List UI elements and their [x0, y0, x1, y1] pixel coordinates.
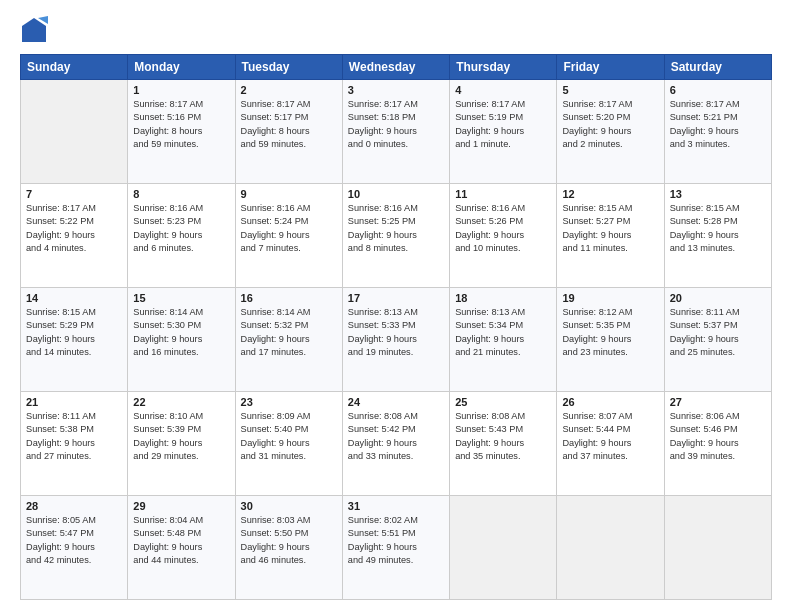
day-number: 20 — [670, 292, 766, 304]
day-cell: 30Sunrise: 8:03 AM Sunset: 5:50 PM Dayli… — [235, 496, 342, 600]
week-row: 21Sunrise: 8:11 AM Sunset: 5:38 PM Dayli… — [21, 392, 772, 496]
day-cell: 15Sunrise: 8:14 AM Sunset: 5:30 PM Dayli… — [128, 288, 235, 392]
day-number: 9 — [241, 188, 337, 200]
day-cell: 23Sunrise: 8:09 AM Sunset: 5:40 PM Dayli… — [235, 392, 342, 496]
day-cell: 5Sunrise: 8:17 AM Sunset: 5:20 PM Daylig… — [557, 80, 664, 184]
day-info: Sunrise: 8:16 AM Sunset: 5:23 PM Dayligh… — [133, 202, 229, 255]
calendar: SundayMondayTuesdayWednesdayThursdayFrid… — [20, 54, 772, 600]
day-number: 27 — [670, 396, 766, 408]
day-cell: 12Sunrise: 8:15 AM Sunset: 5:27 PM Dayli… — [557, 184, 664, 288]
header-row: SundayMondayTuesdayWednesdayThursdayFrid… — [21, 55, 772, 80]
day-number: 1 — [133, 84, 229, 96]
day-info: Sunrise: 8:17 AM Sunset: 5:19 PM Dayligh… — [455, 98, 551, 151]
day-info: Sunrise: 8:03 AM Sunset: 5:50 PM Dayligh… — [241, 514, 337, 567]
day-number: 18 — [455, 292, 551, 304]
day-number: 29 — [133, 500, 229, 512]
week-row: 28Sunrise: 8:05 AM Sunset: 5:47 PM Dayli… — [21, 496, 772, 600]
day-info: Sunrise: 8:17 AM Sunset: 5:22 PM Dayligh… — [26, 202, 122, 255]
svg-marker-0 — [22, 18, 46, 42]
week-row: 7Sunrise: 8:17 AM Sunset: 5:22 PM Daylig… — [21, 184, 772, 288]
day-number: 5 — [562, 84, 658, 96]
day-header: Wednesday — [342, 55, 449, 80]
day-cell: 9Sunrise: 8:16 AM Sunset: 5:24 PM Daylig… — [235, 184, 342, 288]
day-number: 3 — [348, 84, 444, 96]
day-cell: 7Sunrise: 8:17 AM Sunset: 5:22 PM Daylig… — [21, 184, 128, 288]
day-header: Sunday — [21, 55, 128, 80]
day-info: Sunrise: 8:14 AM Sunset: 5:30 PM Dayligh… — [133, 306, 229, 359]
logo — [20, 16, 52, 44]
logo-icon — [20, 16, 48, 44]
day-header: Saturday — [664, 55, 771, 80]
day-cell: 4Sunrise: 8:17 AM Sunset: 5:19 PM Daylig… — [450, 80, 557, 184]
day-cell: 18Sunrise: 8:13 AM Sunset: 5:34 PM Dayli… — [450, 288, 557, 392]
day-number: 6 — [670, 84, 766, 96]
day-info: Sunrise: 8:12 AM Sunset: 5:35 PM Dayligh… — [562, 306, 658, 359]
page: SundayMondayTuesdayWednesdayThursdayFrid… — [0, 0, 792, 612]
day-cell: 6Sunrise: 8:17 AM Sunset: 5:21 PM Daylig… — [664, 80, 771, 184]
day-cell: 13Sunrise: 8:15 AM Sunset: 5:28 PM Dayli… — [664, 184, 771, 288]
day-cell: 20Sunrise: 8:11 AM Sunset: 5:37 PM Dayli… — [664, 288, 771, 392]
day-number: 12 — [562, 188, 658, 200]
day-number: 24 — [348, 396, 444, 408]
day-info: Sunrise: 8:16 AM Sunset: 5:26 PM Dayligh… — [455, 202, 551, 255]
day-number: 26 — [562, 396, 658, 408]
day-info: Sunrise: 8:11 AM Sunset: 5:37 PM Dayligh… — [670, 306, 766, 359]
day-cell: 3Sunrise: 8:17 AM Sunset: 5:18 PM Daylig… — [342, 80, 449, 184]
day-cell — [450, 496, 557, 600]
day-cell: 25Sunrise: 8:08 AM Sunset: 5:43 PM Dayli… — [450, 392, 557, 496]
day-cell: 28Sunrise: 8:05 AM Sunset: 5:47 PM Dayli… — [21, 496, 128, 600]
day-cell: 19Sunrise: 8:12 AM Sunset: 5:35 PM Dayli… — [557, 288, 664, 392]
day-info: Sunrise: 8:11 AM Sunset: 5:38 PM Dayligh… — [26, 410, 122, 463]
day-number: 25 — [455, 396, 551, 408]
day-number: 4 — [455, 84, 551, 96]
day-number: 2 — [241, 84, 337, 96]
day-info: Sunrise: 8:13 AM Sunset: 5:34 PM Dayligh… — [455, 306, 551, 359]
day-number: 30 — [241, 500, 337, 512]
day-header: Friday — [557, 55, 664, 80]
day-number: 28 — [26, 500, 122, 512]
week-row: 14Sunrise: 8:15 AM Sunset: 5:29 PM Dayli… — [21, 288, 772, 392]
day-header: Thursday — [450, 55, 557, 80]
day-info: Sunrise: 8:15 AM Sunset: 5:27 PM Dayligh… — [562, 202, 658, 255]
day-info: Sunrise: 8:13 AM Sunset: 5:33 PM Dayligh… — [348, 306, 444, 359]
day-number: 19 — [562, 292, 658, 304]
day-number: 8 — [133, 188, 229, 200]
day-cell: 24Sunrise: 8:08 AM Sunset: 5:42 PM Dayli… — [342, 392, 449, 496]
day-cell: 2Sunrise: 8:17 AM Sunset: 5:17 PM Daylig… — [235, 80, 342, 184]
day-info: Sunrise: 8:08 AM Sunset: 5:42 PM Dayligh… — [348, 410, 444, 463]
day-cell: 17Sunrise: 8:13 AM Sunset: 5:33 PM Dayli… — [342, 288, 449, 392]
day-number: 10 — [348, 188, 444, 200]
week-row: 1Sunrise: 8:17 AM Sunset: 5:16 PM Daylig… — [21, 80, 772, 184]
day-number: 14 — [26, 292, 122, 304]
day-info: Sunrise: 8:06 AM Sunset: 5:46 PM Dayligh… — [670, 410, 766, 463]
day-info: Sunrise: 8:17 AM Sunset: 5:16 PM Dayligh… — [133, 98, 229, 151]
day-cell — [664, 496, 771, 600]
day-info: Sunrise: 8:10 AM Sunset: 5:39 PM Dayligh… — [133, 410, 229, 463]
day-info: Sunrise: 8:17 AM Sunset: 5:17 PM Dayligh… — [241, 98, 337, 151]
day-number: 22 — [133, 396, 229, 408]
day-cell: 27Sunrise: 8:06 AM Sunset: 5:46 PM Dayli… — [664, 392, 771, 496]
day-cell — [557, 496, 664, 600]
day-cell: 22Sunrise: 8:10 AM Sunset: 5:39 PM Dayli… — [128, 392, 235, 496]
day-number: 13 — [670, 188, 766, 200]
day-number: 31 — [348, 500, 444, 512]
day-number: 7 — [26, 188, 122, 200]
day-info: Sunrise: 8:08 AM Sunset: 5:43 PM Dayligh… — [455, 410, 551, 463]
day-cell: 26Sunrise: 8:07 AM Sunset: 5:44 PM Dayli… — [557, 392, 664, 496]
day-number: 21 — [26, 396, 122, 408]
day-cell — [21, 80, 128, 184]
day-number: 16 — [241, 292, 337, 304]
day-info: Sunrise: 8:16 AM Sunset: 5:24 PM Dayligh… — [241, 202, 337, 255]
day-header: Tuesday — [235, 55, 342, 80]
day-info: Sunrise: 8:17 AM Sunset: 5:20 PM Dayligh… — [562, 98, 658, 151]
day-cell: 16Sunrise: 8:14 AM Sunset: 5:32 PM Dayli… — [235, 288, 342, 392]
day-cell: 14Sunrise: 8:15 AM Sunset: 5:29 PM Dayli… — [21, 288, 128, 392]
day-info: Sunrise: 8:14 AM Sunset: 5:32 PM Dayligh… — [241, 306, 337, 359]
day-info: Sunrise: 8:09 AM Sunset: 5:40 PM Dayligh… — [241, 410, 337, 463]
day-info: Sunrise: 8:15 AM Sunset: 5:29 PM Dayligh… — [26, 306, 122, 359]
day-info: Sunrise: 8:15 AM Sunset: 5:28 PM Dayligh… — [670, 202, 766, 255]
day-cell: 10Sunrise: 8:16 AM Sunset: 5:25 PM Dayli… — [342, 184, 449, 288]
day-info: Sunrise: 8:05 AM Sunset: 5:47 PM Dayligh… — [26, 514, 122, 567]
day-cell: 1Sunrise: 8:17 AM Sunset: 5:16 PM Daylig… — [128, 80, 235, 184]
day-cell: 31Sunrise: 8:02 AM Sunset: 5:51 PM Dayli… — [342, 496, 449, 600]
